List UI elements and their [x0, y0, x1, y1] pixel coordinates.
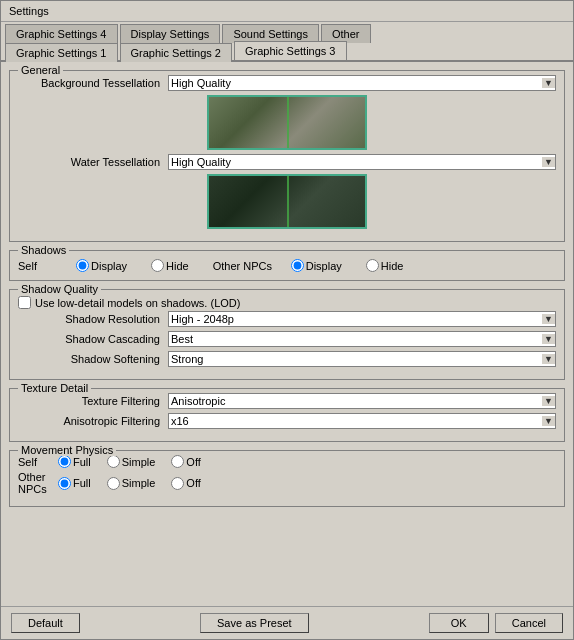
shadow-softening-label: Shadow Softening	[18, 353, 168, 365]
tab-graphic-settings-2[interactable]: Graphic Settings 2	[120, 43, 233, 62]
aniso-filtering-select-wrap: x16 x8 x4 x2 ▼	[168, 413, 556, 429]
shadow-cascading-row: Shadow Cascading Best High Medium Low ▼	[18, 331, 556, 347]
shadows-self-display-radio[interactable]	[76, 259, 89, 272]
shadows-content: Self Display Hide Other NPCs Display Hid…	[18, 255, 556, 272]
title-bar: Settings	[1, 1, 573, 22]
ok-cancel-group: OK Cancel	[429, 613, 563, 633]
water-tessellation-row: Water Tessellation High Quality Medium Q…	[18, 154, 556, 170]
movement-other-off-radio[interactable]	[171, 477, 184, 490]
settings-window: Settings Graphic Settings 4 Display Sett…	[0, 0, 574, 640]
tab-graphic-settings-1[interactable]: Graphic Settings 1	[5, 43, 118, 62]
aniso-filtering-select[interactable]: x16 x8 x4 x2	[168, 413, 556, 429]
bg-tessellation-label: Background Tessellation	[18, 77, 168, 89]
general-label: General	[18, 64, 63, 76]
movement-self-label: Self	[18, 456, 58, 468]
texture-filtering-row: Texture Filtering Anisotropic Trilinear …	[18, 393, 556, 409]
shadows-group: Shadows Self Display Hide Other NPCs Dis…	[9, 250, 565, 281]
bg-preview-divider	[287, 97, 289, 148]
content-area: General Background Tessellation High Qua…	[1, 62, 573, 606]
tab-display-settings[interactable]: Display Settings	[120, 24, 221, 43]
shadow-softening-select-wrap: Strong Soft None ▼	[168, 351, 556, 367]
movement-other-simple-radio[interactable]	[107, 477, 120, 490]
aniso-filtering-row: Anisotropic Filtering x16 x8 x4 x2 ▼	[18, 413, 556, 429]
bottom-bar: Default Save as Preset OK Cancel	[1, 606, 573, 639]
movement-physics-group: Movement Physics Self Full Simple Off Ot…	[9, 450, 565, 507]
movement-self-simple-option[interactable]: Simple	[107, 455, 156, 468]
shadows-self-hide-option[interactable]: Hide	[151, 259, 189, 272]
tab-graphic-settings-3[interactable]: Graphic Settings 3	[234, 41, 347, 60]
shadow-resolution-select[interactable]: High - 2048p Medium - 1024p Low - 512p	[168, 311, 556, 327]
shadow-cascading-select[interactable]: Best High Medium Low	[168, 331, 556, 347]
texture-filtering-select-wrap: Anisotropic Trilinear Bilinear ▼	[168, 393, 556, 409]
tab-graphic-settings-4[interactable]: Graphic Settings 4	[5, 24, 118, 43]
bg-preview-wrap	[18, 95, 556, 150]
save-preset-button[interactable]: Save as Preset	[200, 613, 309, 633]
shadow-softening-select[interactable]: Strong Soft None	[168, 351, 556, 367]
texture-filtering-select[interactable]: Anisotropic Trilinear Bilinear	[168, 393, 556, 409]
water-preview-image	[207, 174, 367, 229]
movement-physics-label: Movement Physics	[18, 444, 116, 456]
movement-self-simple-radio[interactable]	[107, 455, 120, 468]
shadow-cascading-label: Shadow Cascading	[18, 333, 168, 345]
lod-label: Use low-detail models on shadows. (LOD)	[35, 297, 240, 309]
shadows-other-display-option[interactable]: Display	[291, 259, 342, 272]
shadow-softening-row: Shadow Softening Strong Soft None ▼	[18, 351, 556, 367]
shadows-self-hide-radio[interactable]	[151, 259, 164, 272]
shadow-quality-group: Shadow Quality Use low-detail models on …	[9, 289, 565, 380]
movement-self-full-radio[interactable]	[58, 455, 71, 468]
shadow-resolution-row: Shadow Resolution High - 2048p Medium - …	[18, 311, 556, 327]
movement-self-full-option[interactable]: Full	[58, 455, 91, 468]
bg-preview-image	[207, 95, 367, 150]
lod-row: Use low-detail models on shadows. (LOD)	[18, 294, 556, 311]
movement-self-row: Self Full Simple Off	[18, 455, 556, 468]
ok-button[interactable]: OK	[429, 613, 489, 633]
shadow-resolution-label: Shadow Resolution	[18, 313, 168, 325]
window-title: Settings	[9, 5, 49, 17]
water-tessellation-label: Water Tessellation	[18, 156, 168, 168]
shadow-resolution-select-wrap: High - 2048p Medium - 1024p Low - 512p ▼	[168, 311, 556, 327]
shadows-label: Shadows	[18, 244, 69, 256]
shadow-cascading-select-wrap: Best High Medium Low ▼	[168, 331, 556, 347]
tabs-row-1: Graphic Settings 4 Display Settings Soun…	[1, 22, 573, 42]
texture-detail-group: Texture Detail Texture Filtering Anisotr…	[9, 388, 565, 442]
cancel-button[interactable]: Cancel	[495, 613, 563, 633]
tabs-row-2: Graphic Settings 1 Graphic Settings 2 Gr…	[1, 41, 573, 62]
bg-tessellation-select-wrap: High Quality Medium Quality Low Quality …	[168, 75, 556, 91]
texture-filtering-label: Texture Filtering	[18, 395, 168, 407]
shadows-other-hide-option[interactable]: Hide	[366, 259, 404, 272]
default-button[interactable]: Default	[11, 613, 80, 633]
movement-other-simple-option[interactable]: Simple	[107, 477, 156, 490]
movement-other-full-option[interactable]: Full	[58, 477, 91, 490]
shadows-other-label: Other NPCs	[213, 260, 283, 272]
shadows-other-display-radio[interactable]	[291, 259, 304, 272]
water-tessellation-select[interactable]: High Quality Medium Quality Low Quality …	[168, 154, 556, 170]
general-group: General Background Tessellation High Qua…	[9, 70, 565, 242]
movement-other-row: Other NPCs Full Simple Off	[18, 471, 556, 495]
shadow-quality-label: Shadow Quality	[18, 283, 101, 295]
water-preview-divider	[287, 176, 289, 227]
shadows-other-hide-radio[interactable]	[366, 259, 379, 272]
texture-detail-label: Texture Detail	[18, 382, 91, 394]
movement-other-full-radio[interactable]	[58, 477, 71, 490]
movement-self-off-radio[interactable]	[171, 455, 184, 468]
shadows-self-display-option[interactable]: Display	[76, 259, 127, 272]
lod-checkbox[interactable]	[18, 296, 31, 309]
aniso-filtering-label: Anisotropic Filtering	[18, 415, 168, 427]
shadows-self-label: Self	[18, 260, 68, 272]
water-tessellation-select-wrap: High Quality Medium Quality Low Quality …	[168, 154, 556, 170]
bg-tessellation-select[interactable]: High Quality Medium Quality Low Quality …	[168, 75, 556, 91]
movement-other-label: Other NPCs	[18, 471, 58, 495]
movement-other-off-option[interactable]: Off	[171, 477, 200, 490]
water-preview-wrap	[18, 174, 556, 229]
movement-self-off-option[interactable]: Off	[171, 455, 200, 468]
bg-tessellation-row: Background Tessellation High Quality Med…	[18, 75, 556, 91]
